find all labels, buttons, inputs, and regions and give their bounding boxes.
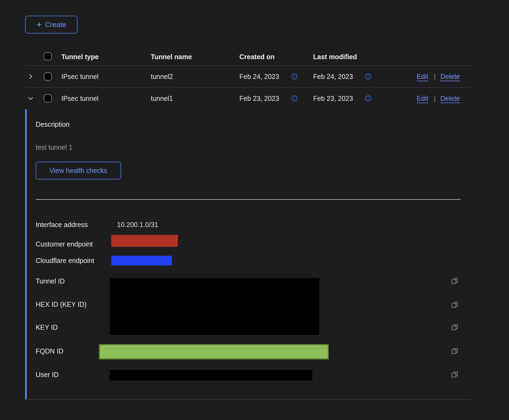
expanded-row-accent-bar	[25, 109, 27, 399]
description-label: Description	[36, 121, 69, 128]
chevron-right-icon[interactable]	[27, 73, 34, 80]
key-id-label: KEY ID	[36, 324, 58, 331]
user-id-label: User ID	[36, 371, 59, 379]
table-bottom-divider	[25, 399, 471, 400]
edit-link[interactable]: Edit	[417, 73, 428, 81]
table-row-tunnel1: IPsec tunnel tunnel1 Feb 23, 2023 Feb 23…	[25, 88, 471, 109]
info-icon[interactable]	[291, 73, 298, 80]
chevron-down-icon[interactable]	[27, 95, 34, 102]
customer-endpoint-redacted-value	[111, 235, 178, 247]
action-separator: |	[434, 95, 436, 102]
tunnels-page: + Create Tunnel type Tunnel name Created…	[0, 0, 509, 420]
created-on-value: Feb 23, 2023	[239, 95, 279, 102]
tunnel-name-value: tunnel2	[151, 73, 173, 81]
view-health-checks-button[interactable]: View health checks	[36, 162, 121, 179]
info-icon[interactable]	[365, 73, 371, 80]
tunnel-name-value: tunnel1	[151, 95, 173, 102]
header-last-modified: Last modified	[313, 53, 357, 61]
create-button-label: Create	[45, 21, 66, 29]
copy-icon[interactable]	[451, 301, 459, 309]
copy-icon[interactable]	[451, 370, 459, 378]
tunnel-type-value: IPsec tunnel	[61, 95, 99, 102]
customer-endpoint-label: Customer endpoint	[36, 240, 93, 248]
copy-icon[interactable]	[451, 347, 459, 355]
header-tunnel-type: Tunnel type	[61, 53, 99, 61]
create-button[interactable]: + Create	[25, 16, 78, 34]
action-separator: |	[434, 73, 436, 81]
fqdn-id-label: FQDN ID	[36, 347, 63, 355]
row-checkbox[interactable]	[44, 72, 52, 81]
tunnel-type-value: IPsec tunnel	[61, 73, 99, 81]
cloudflare-endpoint-redacted-value	[111, 256, 172, 265]
info-icon[interactable]	[365, 95, 371, 102]
delete-link[interactable]: Delete	[440, 95, 460, 102]
row-checkbox[interactable]	[44, 94, 52, 102]
copy-icon[interactable]	[451, 277, 459, 285]
fqdn-id-redacted-value	[99, 344, 329, 359]
header-created-on: Created on	[239, 53, 275, 61]
copy-icon[interactable]	[451, 323, 459, 331]
table-row-tunnel2: IPsec tunnel tunnel2 Feb 24, 2023 Feb 24…	[25, 66, 471, 87]
user-id-redacted-value	[110, 370, 312, 381]
interface-address-label: Interface address	[36, 221, 88, 229]
last-modified-value: Feb 24, 2023	[313, 73, 353, 81]
plus-icon: +	[36, 20, 42, 29]
select-all-checkbox[interactable]	[44, 52, 52, 60]
created-on-value: Feb 24, 2023	[239, 73, 279, 81]
tunnel-id-redacted-value	[110, 278, 319, 335]
description-text: test tunnel 1	[36, 144, 72, 151]
cloudflare-endpoint-label: Cloudflare endpoint	[36, 257, 94, 265]
panel-divider	[36, 199, 461, 200]
tunnel-id-label: Tunnel ID	[36, 277, 65, 285]
interface-address-value: 10.200.1.0/31	[117, 221, 158, 229]
header-tunnel-name: Tunnel name	[151, 53, 192, 61]
last-modified-value: Feb 23, 2023	[313, 95, 353, 102]
info-icon[interactable]	[291, 95, 298, 102]
delete-link[interactable]: Delete	[440, 73, 460, 81]
hex-id-label: HEX ID (KEY ID)	[36, 301, 86, 308]
edit-link[interactable]: Edit	[417, 95, 428, 102]
